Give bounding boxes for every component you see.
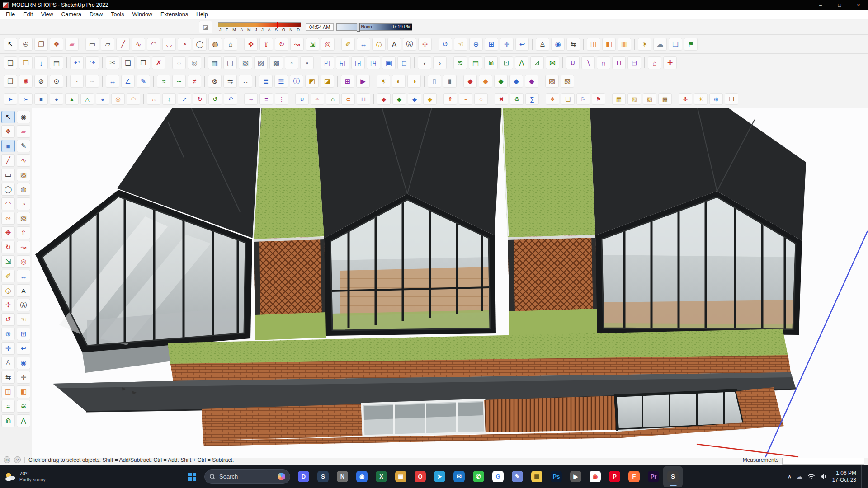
- menu-camera[interactable]: Camera: [57, 11, 85, 18]
- tool-styles-icon[interactable]: ◪: [321, 75, 334, 88]
- app-paint[interactable]: ✎: [508, 466, 527, 487]
- tool-solid-union-icon[interactable]: ∪: [566, 56, 580, 69]
- tool-eraser-icon[interactable]: ▰: [17, 125, 30, 138]
- tool-flag-red-icon[interactable]: ⚑: [592, 93, 605, 105]
- tool-sun-position-icon[interactable]: ☀: [694, 93, 708, 105]
- menu-extensions[interactable]: Extensions: [156, 11, 192, 18]
- clock[interactable]: 1:06 PM 17-Oct-23: [832, 470, 856, 483]
- tool-zoom-icon[interactable]: ⊕: [1, 328, 15, 340]
- tool-delete-icon[interactable]: ✗: [152, 56, 165, 69]
- tool-texture-stone-icon[interactable]: ▧: [561, 75, 574, 88]
- tool-look-around-icon[interactable]: ◉: [551, 38, 565, 51]
- tool-explode-icon[interactable]: ✺: [19, 75, 33, 88]
- tool-section-fill-icon[interactable]: ◧: [17, 385, 30, 398]
- app-opera[interactable]: O: [410, 466, 430, 487]
- tool-eraser-icon[interactable]: ▰: [65, 38, 79, 51]
- tool-look-around-icon[interactable]: ◉: [17, 357, 30, 369]
- tool-zoom-selection-icon[interactable]: ⊕: [709, 93, 723, 105]
- tool-three-d-text-icon[interactable]: Ⓐ: [17, 299, 30, 311]
- tool-grid-icon[interactable]: ▦: [612, 93, 626, 105]
- tool-view-right-icon[interactable]: ◳: [367, 56, 380, 69]
- hidden-icons-chevron-icon[interactable]: ∧: [788, 474, 792, 479]
- tool-delete-selected-icon[interactable]: ✖: [495, 93, 508, 105]
- tool-materials-icon[interactable]: ◩: [305, 75, 319, 88]
- tool-unhide-icon[interactable]: ◎: [188, 56, 201, 69]
- tool-entity-info-icon[interactable]: ⓘ: [290, 75, 303, 88]
- tool-paint-bucket-icon[interactable]: ❖: [1, 125, 15, 138]
- tool-intersect-icon[interactable]: ∩: [326, 93, 340, 105]
- menu-file[interactable]: File: [2, 11, 19, 18]
- tool-move-x-icon[interactable]: ↔: [147, 93, 160, 105]
- tool-move-z-icon[interactable]: ↗: [178, 93, 191, 105]
- tool-orbit-icon[interactable]: ↺: [1, 313, 15, 326]
- tool-unlock-icon[interactable]: ⊙: [50, 75, 63, 88]
- tool-add-detail-icon[interactable]: ⊿: [530, 56, 544, 69]
- wifi-icon[interactable]: [807, 474, 815, 479]
- tool-move-icon[interactable]: ✥: [244, 38, 258, 51]
- tool-style-shaded-icon[interactable]: ◆: [479, 75, 492, 88]
- geolocate-icon[interactable]: ⊕: [4, 456, 10, 463]
- shadow-time-slider[interactable]: 04:54 AM Noon 07:19 PM: [306, 23, 412, 31]
- tool-rotate-y-icon[interactable]: ↺: [208, 93, 222, 105]
- tool-construction-point-icon[interactable]: ∙: [70, 75, 84, 88]
- tool-solid-split-icon[interactable]: ⊟: [627, 56, 641, 69]
- tool-mirror-icon[interactable]: ⇔: [244, 93, 258, 105]
- tool-freehand-icon[interactable]: ∿: [132, 38, 145, 51]
- tool-offset-icon[interactable]: ◎: [321, 38, 335, 51]
- tool-style-default-icon[interactable]: ◆: [494, 75, 508, 88]
- tool-swatch-green-icon[interactable]: ◆: [392, 93, 406, 105]
- tool-walk-icon[interactable]: ⇆: [1, 371, 15, 384]
- tool-dimension-angular-icon[interactable]: ∠: [121, 75, 135, 88]
- tool-swatch-red-icon[interactable]: ◆: [377, 93, 391, 105]
- tool-rotate-z-icon[interactable]: ↶: [224, 93, 237, 105]
- 3d-viewport[interactable]: [32, 108, 868, 455]
- tool-line-icon[interactable]: ╱: [116, 38, 130, 51]
- search-box[interactable]: Search: [204, 469, 290, 484]
- tool-drape-icon[interactable]: ⋀: [17, 414, 30, 427]
- tool-shadow-later-icon[interactable]: ◑: [407, 75, 421, 88]
- tool-tag-folder-icon[interactable]: ❏: [561, 93, 575, 105]
- tool-rotate-x-icon[interactable]: ↻: [193, 93, 207, 105]
- tool-north-arrow-icon[interactable]: ✜: [679, 93, 692, 105]
- tool-component-box-icon[interactable]: ■: [1, 140, 15, 152]
- tool-zoom-extents-icon[interactable]: ✛: [500, 38, 514, 51]
- tool-ellipse-icon[interactable]: ◍: [208, 38, 222, 51]
- tool-flag-white-icon[interactable]: ⚐: [576, 93, 590, 105]
- help-icon[interactable]: ?: [14, 456, 21, 463]
- tool-arc-icon[interactable]: ◠: [147, 38, 160, 51]
- tool-three-d-warehouse-icon[interactable]: ⌂: [648, 56, 661, 69]
- tool-pan-camera-icon[interactable]: ✛: [17, 371, 30, 384]
- tool-follow-me-icon[interactable]: ↝: [290, 38, 304, 51]
- close-button[interactable]: ×: [849, 0, 868, 10]
- tool-bezier-icon[interactable]: ∾: [1, 212, 15, 225]
- tool-draw-torus-icon[interactable]: ◎: [111, 93, 125, 105]
- tool-circle-icon[interactable]: ◯: [193, 38, 207, 51]
- tool-previous-scene-icon[interactable]: ‹: [418, 56, 431, 69]
- tool-pan-icon[interactable]: ☜: [454, 38, 467, 51]
- tool-bucket-orange-icon[interactable]: ❖: [546, 93, 559, 105]
- shadow-time-bar[interactable]: Noon 07:19 PM: [336, 23, 412, 31]
- tool-arc-icon[interactable]: ◠: [1, 197, 15, 210]
- tool-union-icon[interactable]: ∪: [295, 93, 309, 105]
- shadow-date-marker[interactable]: [277, 22, 278, 28]
- tool-outliner-icon[interactable]: ☰: [274, 75, 288, 88]
- tool-style-sketchy-icon[interactable]: ◆: [463, 75, 477, 88]
- app-file-explorer[interactable]: ▣: [391, 466, 410, 487]
- tool-new-icon[interactable]: ❏: [4, 56, 17, 69]
- tool-next-scene-icon[interactable]: ›: [433, 56, 447, 69]
- tool-push-pull-icon[interactable]: ⇧: [17, 226, 30, 239]
- tool-smooth-icon[interactable]: ∼: [172, 75, 186, 88]
- tool-three-d-text-icon[interactable]: Ⓐ: [403, 38, 416, 51]
- tool-monochrome-icon[interactable]: ▩: [269, 56, 283, 69]
- app-premiere[interactable]: Pr: [644, 466, 663, 487]
- tool-array-icon[interactable]: ∷: [239, 75, 252, 88]
- weather-widget[interactable]: 70°F Partly sunny: [0, 470, 68, 483]
- tool-view-back-icon[interactable]: ▣: [382, 56, 396, 69]
- tool-text-icon[interactable]: A: [387, 38, 401, 51]
- tool-pan-icon[interactable]: ☜: [17, 313, 30, 326]
- app-steam[interactable]: S: [313, 466, 333, 487]
- app-chrome[interactable]: ◉: [585, 466, 605, 487]
- tool-zoom-icon[interactable]: ⊕: [469, 38, 483, 51]
- tool-paste-icon[interactable]: ❒: [137, 56, 150, 69]
- app-notes[interactable]: ▤: [527, 466, 547, 487]
